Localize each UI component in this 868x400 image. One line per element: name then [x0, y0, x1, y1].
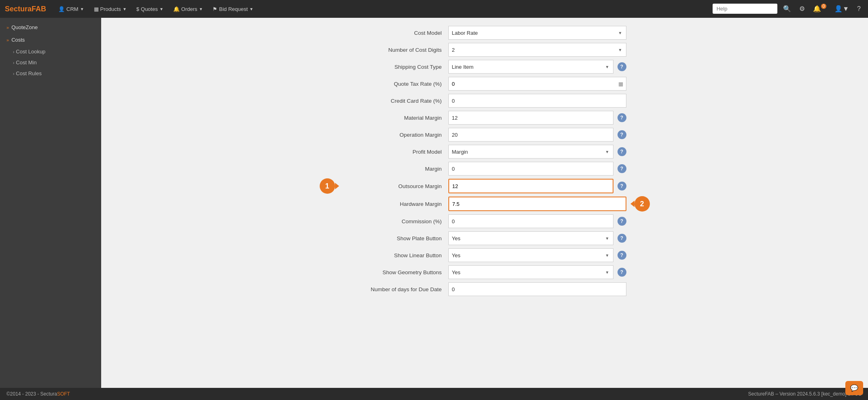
- label-show-geometry: Show Geometry Buttons: [343, 269, 448, 275]
- help-commission[interactable]: ?: [618, 217, 626, 226]
- brand-prefix: Sectura: [5, 5, 32, 13]
- label-profit-model: Profit Model: [343, 149, 448, 155]
- user-icon: 👤: [58, 6, 65, 12]
- footer-brand: SOFT: [57, 391, 70, 397]
- nav-orders[interactable]: 🔔 Orders ▼: [169, 4, 207, 15]
- select-show-geometry[interactable]: Yes No: [448, 265, 613, 279]
- help-profit-model[interactable]: ?: [618, 147, 626, 156]
- annotation-1: 1: [320, 178, 335, 194]
- quotes-caret: ▼: [159, 7, 163, 11]
- select-profit-model-wrapper[interactable]: Margin Markup: [448, 145, 613, 159]
- input-margin[interactable]: [448, 162, 613, 176]
- select-show-linear[interactable]: Yes No: [448, 248, 613, 262]
- notification-badge: 0: [821, 4, 827, 9]
- input-credit-card-rate[interactable]: [448, 94, 626, 108]
- label-commission: Commission (%): [343, 218, 448, 224]
- select-cost-digits-wrapper[interactable]: 1 2 3 4: [448, 43, 626, 57]
- row-shipping-cost-type: Shipping Cost Type Line Item Total ?: [343, 60, 626, 74]
- settings-icon[interactable]: ⚙: [797, 3, 807, 14]
- label-material-margin: Material Margin: [343, 115, 448, 121]
- help-operation-margin[interactable]: ?: [618, 130, 626, 139]
- sidebar-label-quotezone: QuoteZone: [11, 24, 38, 30]
- help-search-input[interactable]: [713, 4, 777, 14]
- input-outsource-margin[interactable]: [449, 180, 613, 193]
- help-icon-nav[interactable]: ?: [855, 4, 863, 14]
- row-hardware-margin: Hardware Margin 2: [343, 197, 626, 211]
- sidebar-item-quotezone[interactable]: » QuoteZone: [0, 21, 101, 34]
- costs-arrow: »: [6, 38, 9, 42]
- select-profit-model[interactable]: Margin Markup: [448, 145, 613, 159]
- tax-rate-wrapper[interactable]: ▦: [448, 77, 626, 91]
- row-show-geometry: Show Geometry Buttons Yes No ?: [343, 265, 626, 279]
- row-margin: Margin ?: [343, 162, 626, 176]
- hardware-margin-highlight: [448, 197, 626, 211]
- select-show-geometry-wrapper[interactable]: Yes No: [448, 265, 613, 279]
- select-cost-model-wrapper[interactable]: Labor Rate Fixed Rate: [448, 26, 626, 40]
- row-tax-rate: Quote Tax Rate (%) ▦: [343, 77, 626, 91]
- cost-lookup-arrow: ›: [13, 50, 14, 54]
- select-cost-model[interactable]: Labor Rate Fixed Rate: [448, 26, 626, 40]
- help-shipping-cost-type[interactable]: ?: [618, 62, 626, 71]
- footer-right: SectureFAB – Version 2024.5.6.3 [kec_dem…: [748, 391, 862, 397]
- nav-right: 🔍 ⚙ 🔔0 👤▼ ?: [713, 3, 863, 14]
- help-show-geometry[interactable]: ?: [618, 268, 626, 277]
- select-cost-digits[interactable]: 1 2 3 4: [448, 43, 626, 57]
- layout: » QuoteZone » Costs ›Cost Lookup ›Cost M…: [0, 18, 868, 400]
- notification-icon[interactable]: 🔔0: [811, 3, 829, 14]
- user-avatar-icon[interactable]: 👤▼: [832, 3, 851, 14]
- row-commission: Commission (%) ?: [343, 214, 626, 228]
- outsource-margin-highlight: [448, 179, 613, 193]
- annotation-2: 2: [635, 196, 650, 212]
- label-operation-margin: Operation Margin: [343, 132, 448, 138]
- cost-min-arrow: ›: [13, 61, 14, 65]
- help-margin[interactable]: ?: [618, 164, 626, 173]
- row-operation-margin: Operation Margin ?: [343, 128, 626, 142]
- row-cost-model: Cost Model Labor Rate Fixed Rate: [343, 26, 626, 40]
- tax-rate-icon: ▦: [618, 81, 623, 87]
- input-due-date-days[interactable]: [448, 282, 626, 296]
- input-material-margin[interactable]: [448, 111, 613, 125]
- select-show-linear-wrapper[interactable]: Yes No: [448, 248, 613, 262]
- top-nav: SecturaFAB 👤 CRM ▼ ▦ Products ▼ $ Quotes…: [0, 0, 868, 18]
- label-margin: Margin: [343, 166, 448, 172]
- select-shipping-type[interactable]: Line Item Total: [448, 60, 613, 74]
- main-content: Cost Model Labor Rate Fixed Rate Number …: [101, 18, 868, 400]
- nav-bid-request[interactable]: ⚑ Bid Request ▼: [208, 4, 257, 15]
- row-profit-model: Profit Model Margin Markup ?: [343, 145, 626, 159]
- bid-request-caret: ▼: [249, 7, 253, 11]
- row-show-plate: Show Plate Button Yes No ?: [343, 231, 626, 245]
- nav-crm[interactable]: 👤 CRM ▼: [54, 4, 88, 15]
- footer-version: SectureFAB – Version 2024.5.6.3 [kec_dem…: [748, 391, 862, 397]
- grid-icon: ▦: [94, 6, 99, 12]
- select-shipping-type-wrapper[interactable]: Line Item Total: [448, 60, 613, 74]
- input-tax-rate[interactable]: [448, 77, 626, 91]
- select-show-plate-wrapper[interactable]: Yes No: [448, 231, 613, 245]
- label-outsource-margin: Outsource Margin: [343, 183, 448, 189]
- sidebar-item-cost-min[interactable]: ›Cost Min: [0, 57, 101, 68]
- nav-quotes[interactable]: $ Quotes ▼: [132, 4, 168, 15]
- select-show-plate[interactable]: Yes No: [448, 231, 613, 245]
- sidebar-item-cost-rules[interactable]: ›Cost Rules: [0, 68, 101, 79]
- row-credit-card-rate: Credit Card Rate (%): [343, 94, 626, 108]
- sidebar-item-costs[interactable]: » Costs: [0, 34, 101, 46]
- row-material-margin: Material Margin ?: [343, 111, 626, 125]
- help-material-margin[interactable]: ?: [618, 113, 626, 122]
- bell-icon: 🔔: [173, 6, 180, 12]
- help-show-plate[interactable]: ?: [618, 234, 626, 243]
- footer: ©2014 - 2023 - SecturaSOFT SectureFAB – …: [0, 388, 868, 400]
- dollar-icon: $: [136, 6, 139, 12]
- sidebar-item-cost-lookup[interactable]: ›Cost Lookup: [0, 46, 101, 57]
- flag-icon: ⚑: [212, 6, 217, 12]
- nav-products[interactable]: ▦ Products ▼: [90, 4, 131, 15]
- input-operation-margin[interactable]: [448, 128, 613, 142]
- search-icon[interactable]: 🔍: [781, 3, 794, 14]
- input-hardware-margin[interactable]: [449, 197, 626, 210]
- help-outsource-margin[interactable]: ?: [618, 182, 626, 190]
- help-show-linear[interactable]: ?: [618, 251, 626, 260]
- input-commission[interactable]: [448, 214, 613, 228]
- label-cost-digits: Number of Cost Digits: [343, 47, 448, 53]
- label-hardware-margin: Hardware Margin: [343, 201, 448, 207]
- chat-button[interactable]: 💬: [845, 381, 863, 395]
- label-due-date-days: Number of days for Due Date: [343, 286, 448, 292]
- cost-rules-arrow: ›: [13, 72, 14, 76]
